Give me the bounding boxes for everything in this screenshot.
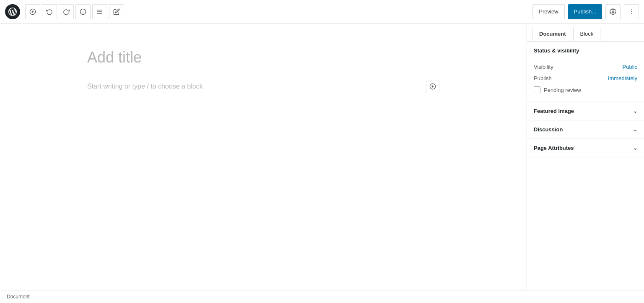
- add-block-inline-button[interactable]: [426, 80, 439, 93]
- sidebar-tabs: Document Block: [527, 24, 644, 42]
- preview-button[interactable]: Preview: [532, 4, 564, 19]
- editor-area: Add title Start writing or type / to cho…: [0, 24, 527, 290]
- discussion-label: Discussion: [534, 126, 563, 133]
- featured-image-section: Featured image ⌄: [527, 102, 644, 120]
- discussion-section: Discussion ⌄: [527, 120, 644, 139]
- svg-point-10: [631, 9, 632, 10]
- tools-button[interactable]: [109, 4, 124, 19]
- featured-image-chevron: ⌄: [633, 108, 637, 114]
- featured-image-header[interactable]: Featured image ⌄: [527, 102, 644, 120]
- undo-button[interactable]: [42, 4, 57, 19]
- gear-icon: [610, 8, 616, 15]
- status-visibility-section: Status & visibility Visibility Public Pu…: [527, 42, 644, 102]
- discussion-chevron: ⌄: [633, 127, 637, 133]
- svg-point-11: [631, 11, 632, 12]
- main-area: Add title Start writing or type / to cho…: [0, 24, 644, 290]
- svg-point-12: [631, 13, 632, 14]
- status-bar: Document: [0, 290, 644, 303]
- add-block-button[interactable]: [25, 4, 40, 19]
- sidebar-content: Status & visibility Visibility Public Pu…: [527, 42, 644, 290]
- redo-button[interactable]: [59, 4, 74, 19]
- visibility-row: Visibility Public: [534, 61, 637, 73]
- status-visibility-label: Status & visibility: [534, 47, 579, 54]
- featured-image-label: Featured image: [534, 108, 574, 114]
- publish-value[interactable]: Immediately: [608, 75, 637, 81]
- visibility-label: Visibility: [534, 64, 553, 70]
- pending-review-row: Pending review: [534, 84, 637, 96]
- wp-logo[interactable]: [5, 4, 20, 19]
- title-input[interactable]: Add title: [87, 49, 439, 66]
- page-attributes-section: Page Attributes ⌄: [527, 139, 644, 157]
- block-placeholder-row: Start writing or type / to choose a bloc…: [87, 80, 439, 93]
- toolbar: Preview Publish...: [0, 0, 644, 24]
- list-view-button[interactable]: [92, 4, 107, 19]
- plus-icon: [29, 8, 36, 15]
- status-bar-text: Document: [7, 294, 30, 300]
- pending-review-label: Pending review: [544, 87, 581, 93]
- info-icon: [80, 8, 86, 15]
- status-visibility-body: Visibility Public Publish Immediately Pe…: [527, 60, 644, 102]
- page-attributes-header[interactable]: Page Attributes ⌄: [527, 139, 644, 157]
- publish-row: Publish Immediately: [534, 73, 637, 84]
- toolbar-left: [5, 4, 531, 19]
- undo-icon: [46, 8, 53, 15]
- list-icon: [96, 8, 103, 15]
- block-placeholder-text: Start writing or type / to choose a bloc…: [87, 83, 203, 90]
- page-attributes-chevron: ⌄: [633, 145, 637, 151]
- edit-icon: [113, 8, 120, 15]
- publish-button[interactable]: Publish...: [568, 4, 602, 19]
- tab-document[interactable]: Document: [532, 27, 573, 41]
- sidebar: Document Block Status & visibility Visib…: [527, 24, 644, 290]
- visibility-value[interactable]: Public: [623, 64, 637, 70]
- plus-circle-icon: [429, 83, 436, 90]
- ellipsis-icon: [628, 8, 635, 15]
- more-options-button[interactable]: [624, 4, 639, 19]
- page-attributes-label: Page Attributes: [534, 145, 574, 151]
- redo-icon: [63, 8, 70, 15]
- wordpress-icon: [8, 8, 17, 16]
- svg-point-9: [612, 11, 614, 13]
- publish-label: Publish: [534, 75, 552, 81]
- info-button[interactable]: [75, 4, 91, 19]
- toolbar-right: Preview Publish...: [532, 4, 639, 19]
- tab-block[interactable]: Block: [573, 27, 601, 41]
- discussion-header[interactable]: Discussion ⌄: [527, 120, 644, 138]
- status-visibility-header[interactable]: Status & visibility: [527, 42, 644, 60]
- editor-inner: Add title Start writing or type / to cho…: [87, 49, 439, 93]
- pending-review-checkbox[interactable]: [534, 86, 540, 93]
- settings-button[interactable]: [605, 4, 621, 19]
